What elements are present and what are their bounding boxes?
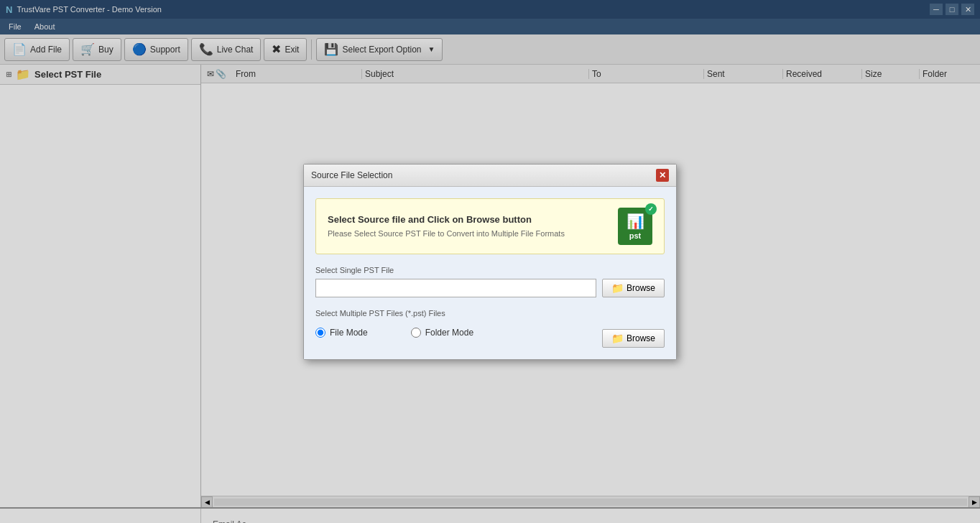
pst-file-icon: ✓ 📊 pst — [618, 208, 652, 245]
modal-info-text: Select Source file and Click on Browse b… — [328, 214, 565, 238]
modal-titlebar: Source File Selection ✕ — [304, 165, 676, 187]
radio-group: File Mode Folder Mode — [315, 328, 473, 338]
folder-mode-option[interactable]: Folder Mode — [411, 328, 473, 338]
check-symbol: ✓ — [648, 205, 654, 213]
pst-label: pst — [629, 231, 642, 240]
modal-close-button[interactable]: ✕ — [656, 169, 669, 182]
single-pst-label: Select Single PST File — [315, 266, 665, 274]
browse-folder-icon: 📁 — [611, 282, 624, 294]
browse-label: Browse — [627, 283, 655, 293]
multi-pst-label: Select Multiple PST Files (*.pst) Files — [315, 309, 665, 318]
modal-overlay: Source File Selection ✕ Select Source fi… — [0, 0, 980, 523]
source-file-selection-dialog: Source File Selection ✕ Select Source fi… — [303, 164, 677, 360]
modal-info-box: Select Source file and Click on Browse b… — [315, 198, 665, 254]
modal-info-heading: Select Source file and Click on Browse b… — [328, 214, 565, 225]
multi-browse-row: 📁 Browse — [602, 329, 665, 348]
pst-check-icon: ✓ — [645, 203, 657, 215]
single-pst-section: Select Single PST File 📁 Browse — [315, 266, 665, 297]
folder-mode-radio[interactable] — [411, 328, 421, 338]
file-mode-radio[interactable] — [315, 328, 325, 338]
modal-info-subtext: Please Select Source PST File to Convert… — [328, 229, 565, 238]
folder-mode-label: Folder Mode — [425, 328, 473, 338]
browse-folder-icon2: 📁 — [611, 333, 624, 344]
modal-title: Source File Selection — [311, 170, 392, 180]
single-pst-browse-button[interactable]: 📁 Browse — [602, 279, 665, 297]
browse-label2: Browse — [627, 333, 655, 343]
file-mode-label: File Mode — [330, 328, 368, 338]
multi-pst-browse-button[interactable]: 📁 Browse — [602, 329, 665, 348]
excel-icon: 📊 — [627, 213, 644, 230]
single-pst-input-row: 📁 Browse — [315, 279, 665, 297]
single-pst-input[interactable] — [315, 279, 596, 297]
multi-pst-section: Select Multiple PST Files (*.pst) Files … — [315, 309, 665, 348]
file-mode-option[interactable]: File Mode — [315, 328, 368, 338]
modal-body: Select Source file and Click on Browse b… — [304, 187, 676, 359]
